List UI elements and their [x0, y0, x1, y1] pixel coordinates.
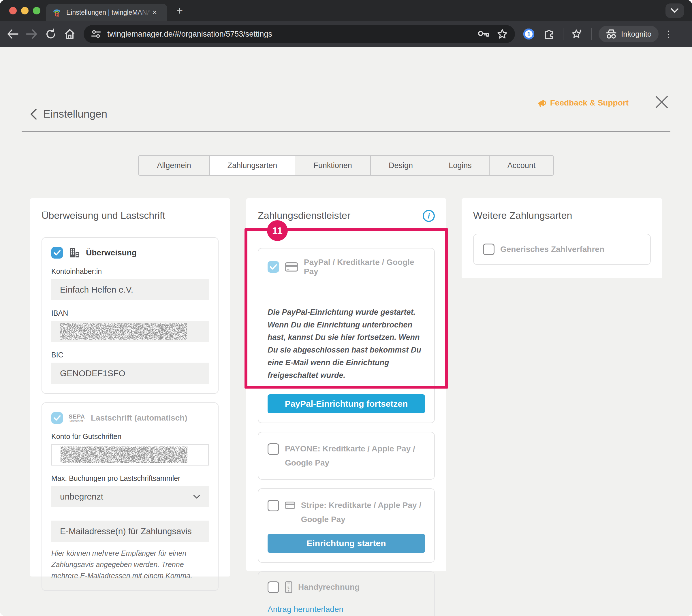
credit-card-icon	[285, 500, 295, 510]
sepa-logo: SEPA Lastschrift	[69, 414, 85, 423]
lastschrift-checkbox[interactable]	[51, 412, 63, 424]
check-icon	[53, 250, 61, 256]
mobile-phone-icon: €	[285, 581, 293, 593]
psp-card-title: Zahlungsdienstleister	[258, 210, 350, 221]
redacted-account-value	[61, 446, 188, 463]
payone-section: PAYONE: Kreditkarte / Apple Pay / Google…	[258, 432, 435, 480]
tab-funktionen[interactable]: Funktionen	[295, 156, 371, 175]
feedback-support-link[interactable]: Feedback & Support	[537, 98, 629, 108]
stripe-start-button[interactable]: Einrichtung starten	[267, 534, 425, 553]
tab-design[interactable]: Design	[371, 156, 431, 175]
browser-tab[interactable]: g Einstellungen | twingleMANAGER ×	[46, 4, 167, 21]
max-buchungen-select[interactable]: unbegrenzt	[51, 486, 209, 507]
payone-label: PAYONE: Kreditkarte / Apple Pay / Google…	[285, 442, 425, 470]
minimize-window-button[interactable]	[21, 7, 28, 15]
tab-allgemein[interactable]: Allgemein	[139, 156, 210, 175]
zahlungsavis-help-text: Hier können mehrere Empfänger für einen …	[51, 548, 209, 581]
paypal-checkbox[interactable]	[267, 261, 279, 273]
tab-search-button[interactable]	[666, 3, 684, 18]
bookmark-star-icon[interactable]	[497, 29, 507, 39]
transfer-card-title: Überweisung und Lastschrift	[42, 210, 219, 221]
stripe-checkbox[interactable]	[267, 500, 279, 511]
svg-text:g: g	[55, 10, 59, 17]
gutschriften-label: Konto für Gutschriften	[51, 432, 209, 441]
max-buchungen-value: unbegrenzt	[60, 492, 103, 502]
reload-button[interactable]	[44, 28, 57, 40]
download-application-link[interactable]: Antrag herunterladen	[267, 605, 343, 614]
page-close-button[interactable]	[655, 95, 668, 109]
chevron-down-icon	[671, 8, 678, 13]
address-bar[interactable]: twinglemanager.de/#/organisation/5753/se…	[84, 25, 515, 43]
tab-close-icon[interactable]: ×	[152, 8, 157, 17]
kontoinhaber-label: Kontoinhaber:in	[51, 267, 209, 276]
tab-zahlungsarten[interactable]: Zahlungsarten	[210, 156, 295, 175]
ueberweisung-section: Überweisung Kontoinhaber:in Einfach Helf…	[42, 237, 219, 394]
toolbar-divider	[563, 28, 563, 40]
settings-tab-bar: Allgemein Zahlungsarten Funktionen Desig…	[138, 155, 554, 176]
home-button[interactable]	[63, 28, 76, 40]
svg-text:1: 1	[527, 30, 531, 38]
info-icon[interactable]: i	[423, 210, 435, 222]
max-buchungen-label: Max. Buchungen pro Lastschriftsammler	[51, 474, 209, 483]
ueberweisung-label: Überweisung	[86, 248, 137, 258]
paypal-continue-button[interactable]: PayPal-Einrichtung fortsetzen	[267, 394, 425, 413]
settings-back-header[interactable]: Einstellungen	[30, 108, 107, 120]
site-settings-icon[interactable]	[91, 30, 101, 38]
close-window-button[interactable]	[9, 7, 17, 15]
extensions-puzzle-icon[interactable]	[543, 28, 555, 40]
password-key-icon[interactable]	[477, 30, 490, 38]
twingle-favicon: g	[52, 7, 62, 17]
extension-star-icon[interactable]	[571, 28, 583, 40]
back-button[interactable]	[6, 28, 19, 40]
tab-account[interactable]: Account	[490, 156, 553, 175]
stripe-section: Stripe: Kreditkarte / Apple Pay / Google…	[258, 488, 435, 563]
stripe-label: Stripe: Kreditkarte / Apple Pay / Google…	[301, 498, 425, 526]
toolbar-divider	[591, 28, 592, 40]
gutschriften-input[interactable]	[51, 444, 209, 465]
browser-toolbar: twinglemanager.de/#/organisation/5753/se…	[0, 21, 692, 47]
bank-building-icon	[69, 247, 80, 258]
redacted-iban-value	[60, 324, 187, 339]
bic-input[interactable]: GENODEF1SFO	[51, 362, 209, 384]
browser-tab-bar: g Einstellungen | twingleMANAGER × +	[0, 0, 692, 21]
handyrechnung-label: Handyrechnung	[298, 582, 360, 592]
svg-text:€: €	[287, 585, 290, 590]
incognito-badge: Inkognito	[599, 26, 658, 42]
bic-label: BIC	[51, 351, 209, 359]
url-text[interactable]: twinglemanager.de/#/organisation/5753/se…	[107, 30, 472, 39]
generic-payment-checkbox[interactable]	[483, 244, 495, 255]
page-content: Feedback & Support Einstellungen Allgeme…	[0, 47, 692, 616]
kontoinhaber-input[interactable]: Einfach Helfen e.V.	[51, 279, 209, 300]
handyrechnung-section: € Handyrechnung Antrag herunterladen	[258, 571, 435, 616]
iban-input[interactable]	[51, 321, 209, 342]
zahlungsavis-email-input[interactable]: E-Mailadresse(n) für Zahlungsavis	[51, 521, 209, 542]
page-title: Einstellungen	[43, 108, 107, 120]
payone-checkbox[interactable]	[267, 443, 279, 455]
password-manager-extension-icon[interactable]: 1	[522, 28, 535, 40]
window-controls	[9, 7, 40, 15]
tab-logins[interactable]: Logins	[431, 156, 490, 175]
generic-payment-label: Generisches Zahlverfahren	[500, 245, 604, 254]
iban-label: IBAN	[51, 309, 209, 317]
browser-menu-button[interactable]: ⋮	[664, 31, 673, 37]
transfer-card: Überweisung und Lastschrift Überweisun	[30, 198, 230, 576]
chevron-left-icon	[30, 108, 37, 120]
more-payment-card: Weitere Zahlungsarten Generisches Zahlve…	[462, 198, 662, 278]
forward-button[interactable]	[25, 28, 38, 40]
ueberweisung-checkbox[interactable]	[51, 247, 63, 259]
header-divider	[22, 131, 670, 132]
more-payment-title: Weitere Zahlungsarten	[473, 210, 651, 221]
paypal-section: PayPal / Kreditkarte / Google Pay Die Pa…	[258, 248, 435, 423]
check-icon	[53, 415, 61, 421]
browser-window: g Einstellungen | twingleMANAGER × +	[0, 0, 692, 616]
handyrechnung-checkbox[interactable]	[267, 581, 279, 593]
paypal-label: PayPal / Kreditkarte / Google Pay	[304, 258, 425, 276]
incognito-icon	[605, 29, 617, 39]
new-tab-button[interactable]: +	[176, 5, 183, 16]
paypal-status-text: Die PayPal-Einrichtung wurde gestartet. …	[267, 306, 425, 382]
psp-card: Zahlungsdienstleister i PayPal / Kreditk…	[246, 198, 446, 571]
zoom-window-button[interactable]	[33, 7, 40, 15]
impressum-link[interactable]: Impressum	[30, 614, 69, 616]
credit-card-icon	[285, 262, 298, 272]
megaphone-icon	[537, 98, 547, 107]
